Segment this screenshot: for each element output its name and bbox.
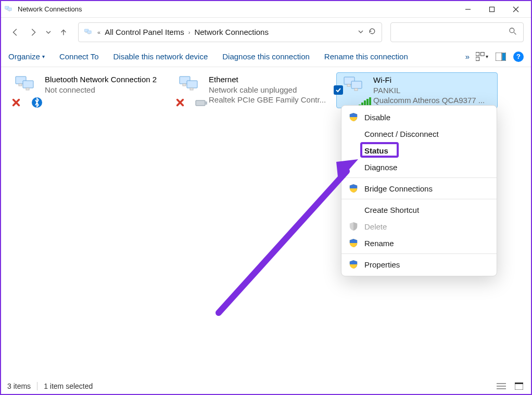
svg-line-24 (219, 171, 347, 313)
view-options-button[interactable]: ▾ (476, 50, 488, 63)
svg-line-9 (514, 32, 516, 34)
shield-icon (349, 238, 358, 248)
menu-item-status[interactable]: Status (341, 142, 497, 159)
nav-row: « All Control Panel Items › Network Conn… (1, 18, 531, 46)
content-area: Bluetooth Network Connection 2 Not conne… (1, 67, 531, 379)
address-dropdown-icon[interactable] (358, 28, 364, 36)
shield-icon (349, 260, 358, 269)
menu-separator (341, 177, 497, 178)
window-title: Network Connections (18, 5, 82, 13)
menu-item-rename[interactable]: Rename (341, 235, 497, 251)
svg-rect-12 (476, 57, 479, 60)
connection-network: PANKIL (373, 85, 494, 96)
help-button[interactable]: ? (513, 52, 524, 62)
details-view-button[interactable] (496, 381, 507, 391)
search-icon (509, 27, 517, 37)
network-adapter-icon (342, 75, 367, 96)
minimize-button[interactable] (456, 1, 480, 18)
recent-dropdown[interactable] (44, 25, 53, 40)
menu-item-connect-disconnect[interactable]: Connect / Disconnect (341, 125, 497, 142)
chevron-right-icon: › (188, 29, 191, 35)
breadcrumb-item-control-panel[interactable]: All Control Panel Items (105, 28, 184, 36)
disconnected-icon (11, 98, 21, 107)
menu-item-bridge[interactable]: Bridge Connections (341, 180, 497, 197)
large-icons-view-button[interactable] (513, 381, 525, 391)
refresh-icon[interactable] (368, 27, 376, 37)
menu-separator (341, 199, 497, 199)
titlebar: Network Connections (1, 1, 531, 18)
svg-point-8 (510, 28, 514, 33)
close-button[interactable] (504, 1, 528, 18)
menu-separator (341, 253, 497, 254)
breadcrumb-item-network-connections[interactable]: Network Connections (194, 28, 269, 36)
organize-button[interactable]: Organize▾ (8, 52, 45, 61)
connection-device: Qualcomm Atheros QCA9377 ... (373, 95, 494, 106)
preview-pane-button[interactable] (495, 50, 507, 63)
connection-item-bluetooth[interactable]: Bluetooth Network Connection 2 Not conne… (8, 72, 172, 108)
menu-item-delete: Delete (341, 218, 497, 235)
connection-device: Realtek PCIe GBE Family Contr... (209, 95, 333, 105)
up-button[interactable] (56, 25, 71, 40)
menu-item-properties[interactable]: Properties (341, 256, 497, 273)
ethernet-plug-icon (195, 99, 208, 107)
menu-item-diagnose[interactable]: Diagnose (341, 159, 497, 175)
connection-name: Wi-Fi (373, 75, 494, 85)
disable-device-button[interactable]: Disable this network device (113, 52, 208, 61)
shield-icon (349, 184, 358, 193)
overflow-button[interactable]: » (465, 52, 470, 61)
app-icon (4, 5, 14, 14)
status-item-count: 3 items (7, 382, 31, 390)
rename-connection-button[interactable]: Rename this connection (324, 52, 408, 61)
network-adapter-icon (178, 74, 202, 95)
search-box[interactable] (390, 22, 524, 42)
address-bar[interactable]: « All Control Panel Items › Network Conn… (78, 22, 382, 42)
status-bar: 3 items 1 item selected (2, 379, 530, 393)
bluetooth-icon (31, 97, 43, 108)
shield-icon (349, 112, 358, 122)
connection-status: Not connected (45, 85, 169, 95)
forward-button[interactable] (26, 25, 41, 40)
connection-name: Bluetooth Network Connection 2 (45, 74, 169, 85)
svg-rect-17 (196, 100, 205, 106)
connection-item-wifi[interactable]: Wi-Fi PANKIL Qualcomm Atheros QCA9377 ..… (336, 72, 498, 108)
menu-item-disable[interactable]: Disable (341, 109, 497, 125)
svg-rect-10 (476, 52, 479, 56)
breadcrumb-prefix: « (97, 29, 100, 35)
svg-rect-15 (502, 53, 505, 60)
shield-icon (349, 222, 358, 231)
address-icon (84, 28, 93, 37)
svg-rect-5 (490, 7, 495, 11)
connection-item-ethernet[interactable]: Ethernet Network cable unplugged Realtek… (172, 72, 336, 108)
network-adapter-icon (14, 74, 39, 95)
status-selection: 1 item selected (44, 382, 93, 390)
context-menu: Disable Connect / Disconnect Status Diag… (341, 105, 497, 276)
diagnose-button[interactable]: Diagnose this connection (222, 52, 310, 61)
connect-to-button[interactable]: Connect To (59, 52, 99, 61)
disconnected-icon (175, 98, 185, 107)
maximize-button[interactable] (480, 1, 504, 18)
connection-status: Network cable unplugged (209, 85, 333, 95)
svg-rect-30 (515, 383, 523, 384)
back-button[interactable] (8, 25, 23, 40)
svg-rect-18 (205, 101, 207, 105)
menu-item-create-shortcut[interactable]: Create Shortcut (341, 201, 497, 218)
command-bar: Organize▾ Connect To Disable this networ… (1, 46, 531, 67)
svg-rect-11 (481, 52, 485, 56)
connection-name: Ethernet (209, 74, 333, 85)
